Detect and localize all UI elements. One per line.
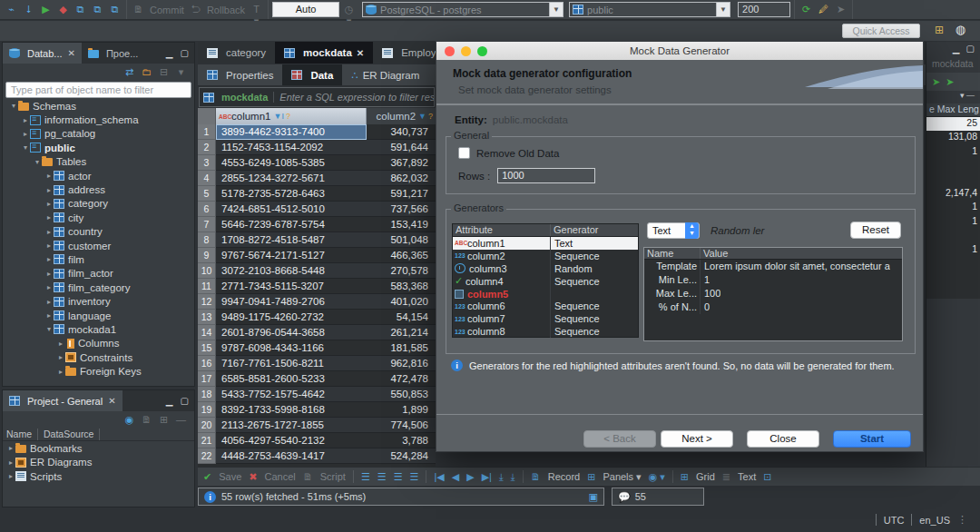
- timezone-label[interactable]: UTC: [884, 515, 905, 526]
- expander-icon[interactable]: ▸: [6, 472, 15, 480]
- table-row[interactable]: 139489-1175-4260-273254,154: [198, 310, 436, 325]
- new-object-icon[interactable]: ⧉: [109, 4, 121, 15]
- cell-column2[interactable]: 591,217: [367, 186, 436, 202]
- script-button[interactable]: Script: [320, 471, 346, 482]
- max-length-cell[interactable]: [926, 159, 980, 172]
- cell-column2[interactable]: 591,644: [367, 140, 436, 155]
- cell-column1[interactable]: 9787-6098-4343-1166: [216, 340, 367, 356]
- overflow-menu-icon[interactable]: ⋮: [957, 514, 967, 526]
- row-number[interactable]: 12: [198, 294, 216, 310]
- refresh-result-icon[interactable]: ◉ ▾: [649, 471, 665, 483]
- column1-header[interactable]: ABC column1 ▼ I ?: [216, 108, 367, 124]
- max-length-cell[interactable]: 2,147,4: [926, 187, 980, 201]
- setting-value[interactable]: 1: [701, 273, 710, 287]
- tree-item-film[interactable]: ▸film: [3, 252, 194, 266]
- expander-icon[interactable]: ▸: [44, 283, 54, 291]
- tree-item-film-category[interactable]: ▸film_category: [3, 281, 194, 294]
- tree-item-country[interactable]: ▸country: [3, 225, 194, 239]
- tab-project-general[interactable]: Project - General ✕: [3, 390, 122, 411]
- filter-icon[interactable]: ▼: [418, 112, 426, 121]
- sql-filter-input[interactable]: Enter a SQL expression to filter resu: [274, 92, 434, 103]
- next-icon[interactable]: ➤: [946, 76, 954, 88]
- tree-item-category[interactable]: ▸category: [3, 197, 194, 211]
- table-row[interactable]: 67424-6851-4512-5010737,566: [198, 202, 436, 217]
- remove-old-data-checkbox[interactable]: [458, 147, 470, 159]
- last-page-icon[interactable]: ▶|: [482, 471, 492, 483]
- max-length-cell[interactable]: [926, 285, 980, 299]
- minimize-icon[interactable]: ▁: [166, 48, 173, 58]
- setting-value[interactable]: 100: [701, 287, 720, 300]
- link-editor-icon[interactable]: ⇄: [123, 66, 135, 78]
- refresh-project-icon[interactable]: —: [175, 414, 187, 426]
- fetch-all-icon[interactable]: ⤓: [499, 471, 504, 483]
- edit-row-icon[interactable]: ☰: [410, 471, 419, 483]
- attribute-row-column7[interactable]: 123column7Sequence: [453, 312, 638, 325]
- fetch-page-icon[interactable]: ⤓: [511, 471, 515, 483]
- commit-label[interactable]: Commit: [150, 5, 184, 15]
- cell-column1[interactable]: 5646-7239-6787-5754: [216, 217, 367, 232]
- max-length-cell[interactable]: [926, 173, 980, 187]
- expander-icon[interactable]: ▸: [44, 270, 54, 278]
- open-editor-icon[interactable]: ⧉: [92, 4, 103, 15]
- table-row[interactable]: 103072-2103-8668-5448270,578: [198, 263, 436, 279]
- cell-column1[interactable]: 9947-0941-7489-2706: [216, 294, 367, 310]
- close-icon[interactable]: ✕: [108, 396, 115, 406]
- row-number[interactable]: 6: [198, 202, 216, 217]
- row-number[interactable]: 7: [198, 217, 216, 232]
- tree-item-information-schema[interactable]: ▸information_schema: [3, 113, 194, 126]
- table-row[interactable]: 34553-6249-1085-5385367,892: [198, 155, 436, 171]
- quick-access-button[interactable]: Quick Access: [842, 24, 920, 38]
- refresh-icon[interactable]: ⟳: [800, 4, 812, 15]
- expander-icon[interactable]: ▸: [44, 213, 54, 222]
- cell-column1[interactable]: 2855-1234-3272-5671: [216, 171, 367, 186]
- expander-icon[interactable]: ▾: [33, 158, 42, 166]
- row-number[interactable]: 1: [198, 124, 216, 140]
- maximize-icon[interactable]: ▢: [181, 396, 189, 406]
- attribute-row-column6[interactable]: 123column6Sequence: [453, 300, 638, 312]
- project-item-er-diagrams[interactable]: ▸ER Diagrams: [3, 456, 194, 470]
- project-item-bookmarks[interactable]: ▸Bookmarks: [3, 441, 194, 456]
- row-number[interactable]: 20: [198, 418, 216, 433]
- close-window-icon[interactable]: [445, 46, 455, 56]
- max-length-cell[interactable]: 25: [926, 117, 980, 131]
- minimize-icon[interactable]: ▁: [953, 44, 960, 58]
- row-number[interactable]: 10: [198, 263, 216, 279]
- abort-icon[interactable]: ◆: [57, 4, 69, 15]
- row-number[interactable]: 17: [198, 371, 216, 387]
- fetch-size-input[interactable]: 200: [738, 2, 790, 17]
- cell-column1[interactable]: 5178-2735-5728-6463: [216, 186, 367, 202]
- table-row[interactable]: 21152-7453-1154-2092591,644: [198, 140, 436, 155]
- table-row[interactable]: 185433-7752-1575-4642550,853: [198, 387, 436, 402]
- sort-icon[interactable]: I: [281, 112, 284, 121]
- expander-icon[interactable]: ▸: [44, 200, 54, 208]
- object-filter-input[interactable]: Type part of object name to filter: [5, 82, 191, 98]
- rows-input[interactable]: 1000: [497, 168, 595, 183]
- add-row-icon[interactable]: ☰: [361, 471, 370, 483]
- table-row[interactable]: 159787-6098-4343-1166181,585: [198, 340, 436, 356]
- txn-filter-icon[interactable]: T ▾: [250, 4, 262, 15]
- remove-old-data-label[interactable]: Remove Old Data: [476, 148, 559, 159]
- table-row[interactable]: 112771-7343-5115-3207583,368: [198, 279, 436, 294]
- expander-icon[interactable]: ▸: [56, 368, 65, 376]
- cell-column2[interactable]: 466,365: [367, 248, 436, 263]
- attribute-row-column1[interactable]: ABCcolumn1Text: [453, 237, 638, 250]
- tree-item-actor[interactable]: ▸actor: [3, 169, 194, 182]
- tree-item-customer[interactable]: ▸customer: [3, 239, 194, 252]
- table-row[interactable]: 75646-7239-6787-5754153,419: [198, 217, 436, 232]
- max-length-cell[interactable]: 1: [926, 145, 980, 159]
- record-icon[interactable]: 🗎: [531, 471, 541, 482]
- script-icon[interactable]: 🗎: [303, 471, 313, 482]
- dbeaver-perspective-icon[interactable]: ◍: [956, 23, 965, 36]
- expander-icon[interactable]: ▸: [44, 241, 54, 250]
- row-number[interactable]: 5: [198, 186, 216, 202]
- cell-column1[interactable]: 3899-4462-9313-7400: [216, 124, 367, 140]
- reset-button[interactable]: Reset: [850, 222, 901, 239]
- expander-icon[interactable]: ▸: [44, 255, 54, 263]
- expander-icon[interactable]: ▸: [56, 353, 65, 361]
- row-number[interactable]: 8: [198, 232, 216, 248]
- cell-column1[interactable]: 4553-6249-1085-5385: [216, 155, 367, 171]
- row-number-header[interactable]: [198, 108, 216, 124]
- disconnect-icon[interactable]: ⭣: [23, 4, 34, 15]
- column2-header[interactable]: column2 ▼ ?: [367, 108, 436, 124]
- tree-item-tables[interactable]: ▾Tables: [3, 155, 194, 169]
